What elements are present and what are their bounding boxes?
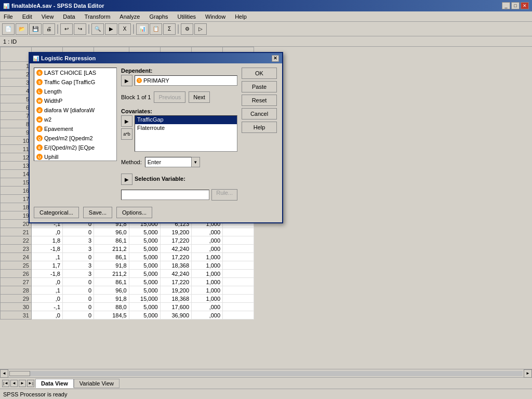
menu-transform[interactable]: Transform (83, 13, 112, 20)
scroll-right-btn[interactable]: ► (524, 369, 532, 378)
menu-graphs[interactable]: Graphs (148, 13, 169, 20)
tab-nav-prev[interactable]: ◄ (10, 380, 18, 387)
var-btn[interactable]: X (118, 23, 131, 35)
tab-nav-first[interactable]: |◄ (2, 380, 9, 387)
rule-btn[interactable]: Rule... (211, 189, 237, 201)
menu-window[interactable]: Window (204, 13, 227, 20)
tab-data-view[interactable]: Data View (35, 379, 74, 388)
sel-var-label: Selection Variable: (135, 176, 185, 182)
variable-list-item[interactable]: ww2 (34, 115, 116, 124)
menu-analyze[interactable]: Analyze (118, 13, 141, 20)
variable-name: Length (44, 88, 62, 95)
sel-var-arrow-btn[interactable]: ▶ (121, 174, 132, 185)
run-btn[interactable]: ▷ (194, 23, 207, 35)
new-btn[interactable]: 📄 (2, 23, 15, 35)
report-btn[interactable]: 📋 (150, 23, 162, 35)
menu-view[interactable]: View (40, 13, 56, 20)
block-label: Block 1 of 1 (121, 94, 151, 100)
variable-icon: S (36, 70, 43, 76)
spss-btn[interactable]: ⚙ (181, 23, 193, 35)
covar-section: ▶ a*b TrafficGap Flaterroute (121, 115, 237, 152)
menu-utilities[interactable]: Utilities (176, 13, 197, 20)
menu-data[interactable]: Data (61, 13, 76, 20)
sel-var-field[interactable] (121, 190, 209, 200)
interact-btn[interactable]: a*b (121, 128, 132, 140)
variable-icon: w (36, 116, 43, 123)
title-bar-controls[interactable]: _ □ ✕ (502, 2, 529, 9)
variable-list-item[interactable]: EE/(Qped/m2) [EQpe (34, 143, 116, 152)
close-btn[interactable]: ✕ (521, 2, 529, 9)
cancel-btn[interactable]: Cancel (242, 108, 277, 119)
save-btn[interactable]: 💾 (29, 23, 42, 35)
reset-btn[interactable]: Reset (242, 95, 277, 106)
sel-var-row: ▶ Selection Variable: (121, 174, 237, 185)
tab-variable-view[interactable]: Variable View (74, 379, 119, 388)
menu-bar: File Edit View Data Transform Analyze Gr… (0, 11, 532, 22)
variable-list-item[interactable]: UUphill (34, 152, 116, 161)
variable-list-item[interactable]: WWidthP (34, 96, 116, 105)
dependent-field: ▶ S PRIMARY (121, 75, 237, 86)
options-btn[interactable]: Options... (116, 207, 152, 218)
dep-arrow-btn[interactable]: ▶ (121, 75, 132, 86)
dependent-value: S PRIMARY (135, 75, 237, 86)
dialog-action-buttons: OK Paste Reset Cancel Help (242, 68, 278, 201)
covar-arrow-btn[interactable]: ▶ (121, 115, 132, 127)
covariates-section: Covariates: ▶ a*b TrafficGap Flaterroute (121, 108, 237, 152)
variable-list-item[interactable]: STraffic Gap [TrafficG (34, 77, 116, 87)
next-btn[interactable]: Next (189, 91, 210, 103)
undo-btn[interactable]: ↩ (60, 23, 73, 35)
save-btn[interactable]: Save... (83, 207, 112, 218)
bottom-tabs: |◄ ◄ ► ►| Data View Variable View (0, 377, 532, 389)
variable-list-item[interactable]: LLength (34, 87, 116, 96)
stats-btn[interactable]: Σ (163, 23, 176, 35)
print-btn[interactable]: 🖨 (43, 23, 55, 35)
menu-file[interactable]: File (2, 13, 15, 20)
dialog-overlay: 📊 Logistic Regression ✕ SLAST CHOICE [LA… (0, 47, 532, 369)
goto-btn[interactable]: ▶ (105, 23, 117, 35)
variable-icon: U (36, 154, 43, 160)
tab-nav-next[interactable]: ► (19, 380, 26, 387)
variable-name: Qped/m2 [Qpedm2 (44, 135, 93, 141)
variable-name: Uphill (44, 154, 59, 160)
app-icon: 📊 (3, 3, 9, 9)
find-btn[interactable]: 🔍 (91, 23, 104, 35)
variable-list-item[interactable]: ddiafora W [diaforaW (34, 105, 116, 115)
scroll-left-btn[interactable]: ◄ (0, 369, 8, 378)
tab-nav-last[interactable]: ►| (27, 380, 34, 387)
variable-name: LAST CHOICE [LAS (44, 70, 96, 76)
covar-item-trafficgap[interactable]: TrafficGap (135, 116, 237, 124)
sep2 (88, 24, 89, 34)
paste-btn[interactable]: Paste (242, 81, 277, 92)
previous-btn[interactable]: Previous (154, 91, 185, 103)
covar-controls: ▶ a*b (121, 115, 132, 140)
menu-help[interactable]: Help (233, 13, 248, 20)
variable-icon: d (36, 107, 43, 113)
covar-item-flaterroute[interactable]: Flaterroute (135, 124, 237, 132)
covariates-label: Covariates: (121, 108, 237, 114)
scroll-thumb[interactable] (9, 371, 30, 376)
menu-edit[interactable]: Edit (21, 13, 34, 20)
method-select[interactable]: Enter (145, 157, 192, 167)
logistic-regression-dialog: 📊 Logistic Regression ✕ SLAST CHOICE [LA… (29, 52, 283, 223)
categorical-btn[interactable]: Categorical... (34, 207, 79, 218)
variable-list-item[interactable]: EEpavement (34, 124, 116, 134)
method-dropdown-arrow[interactable]: ▼ (192, 157, 200, 167)
dialog-titlebar: 📊 Logistic Regression ✕ (30, 53, 282, 63)
chart-btn[interactable]: 📊 (136, 23, 149, 35)
open-btn[interactable]: 📂 (16, 23, 28, 35)
variable-list-item[interactable]: SLAST CHOICE [LAS (34, 68, 116, 77)
variable-name: Traffic Gap [TrafficG (44, 79, 95, 85)
variable-name: Epavement (44, 126, 73, 132)
variable-list-item[interactable]: QQped/m2 [Qpedm2 (34, 134, 116, 143)
scroll-track[interactable] (9, 371, 523, 376)
dialog-close-btn[interactable]: ✕ (272, 55, 279, 62)
variable-list[interactable]: SLAST CHOICE [LASSTraffic Gap [TrafficGL… (34, 68, 117, 161)
redo-btn[interactable]: ↪ (74, 23, 86, 35)
covariate-list[interactable]: TrafficGap Flaterroute (135, 115, 237, 152)
dialog-controls: Dependent: ▶ S PRIMARY Block 1 of 1 Prev (121, 68, 237, 201)
minimize-btn[interactable]: _ (502, 2, 510, 9)
ok-btn[interactable]: OK (242, 68, 277, 79)
help-btn[interactable]: Help (242, 122, 277, 133)
maximize-btn[interactable]: □ (511, 2, 520, 9)
variable-icon: S (36, 79, 43, 85)
